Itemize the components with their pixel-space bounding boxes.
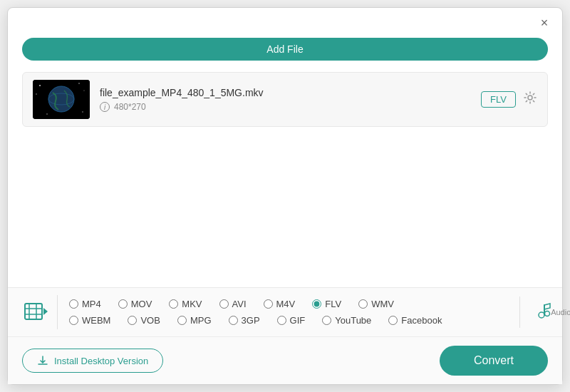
format-selector: MP4 MOV MKV AVI M4V FLV — [8, 288, 562, 337]
svg-marker-16 — [43, 308, 48, 315]
format-m4v[interactable]: M4V — [264, 299, 296, 309]
file-actions: FLV — [481, 91, 537, 108]
svg-point-7 — [36, 93, 36, 94]
close-button[interactable]: × — [537, 15, 552, 31]
format-row-2: WEBM VOB MPG 3GP GIF YouT — [69, 315, 508, 326]
file-row: file_example_MP4_480_1_5MG.mkv i 480*270… — [22, 72, 548, 127]
format-webm[interactable]: WEBM — [69, 315, 110, 326]
svg-point-5 — [78, 83, 80, 84]
title-bar: × — [8, 8, 562, 31]
format-badge[interactable]: FLV — [481, 91, 516, 108]
file-meta: i 480*270 — [100, 102, 471, 112]
svg-point-8 — [46, 113, 48, 115]
format-youtube[interactable]: YouTube — [322, 315, 371, 326]
file-name: file_example_MP4_480_1_5MG.mkv — [100, 87, 471, 98]
gear-icon — [523, 91, 537, 105]
format-vob[interactable]: VOB — [128, 315, 160, 326]
download-icon — [37, 355, 48, 366]
format-avi[interactable]: AVI — [219, 299, 247, 309]
convert-button[interactable]: Convert — [440, 346, 548, 376]
format-mkv[interactable]: MKV — [169, 299, 202, 309]
format-mp4[interactable]: MP4 — [69, 299, 101, 309]
content-area: Add File — [8, 31, 562, 287]
svg-point-10 — [528, 96, 532, 100]
format-3gp[interactable]: 3GP — [229, 315, 260, 326]
info-icon: i — [100, 102, 110, 112]
install-button[interactable]: Install Desktop Version — [22, 349, 163, 373]
music-icon — [530, 301, 553, 324]
svg-point-9 — [82, 111, 83, 112]
format-flv[interactable]: FLV — [312, 299, 341, 309]
add-file-button[interactable]: Add File — [22, 38, 548, 61]
settings-button[interactable] — [523, 91, 537, 108]
video-icon — [24, 299, 49, 325]
audio-format-tab[interactable]: Audio F... — [519, 296, 562, 328]
format-row-1: MP4 MOV MKV AVI M4V FLV — [69, 299, 508, 309]
bottom-panel: MP4 MOV MKV AVI M4V FLV — [8, 287, 562, 384]
svg-point-6 — [83, 90, 84, 91]
format-options: MP4 MOV MKV AVI M4V FLV — [58, 296, 519, 329]
format-facebook[interactable]: Facebook — [388, 315, 442, 326]
file-resolution: 480*270 — [114, 102, 146, 112]
video-format-tab[interactable] — [15, 295, 58, 329]
main-window: × Add File — [7, 7, 563, 385]
svg-point-18 — [544, 311, 549, 316]
format-wmv[interactable]: WMV — [358, 299, 394, 309]
svg-point-4 — [39, 85, 41, 86]
bottom-actions: Install Desktop Version Convert — [8, 337, 562, 384]
svg-point-17 — [539, 312, 544, 318]
audio-tab-label: Audio F... — [551, 308, 570, 316]
format-mov[interactable]: MOV — [118, 299, 152, 309]
file-info: file_example_MP4_480_1_5MG.mkv i 480*270 — [100, 87, 471, 112]
svg-rect-11 — [25, 304, 42, 319]
format-gif[interactable]: GIF — [277, 315, 306, 326]
file-thumbnail — [33, 80, 90, 119]
format-mpg[interactable]: MPG — [177, 315, 212, 326]
